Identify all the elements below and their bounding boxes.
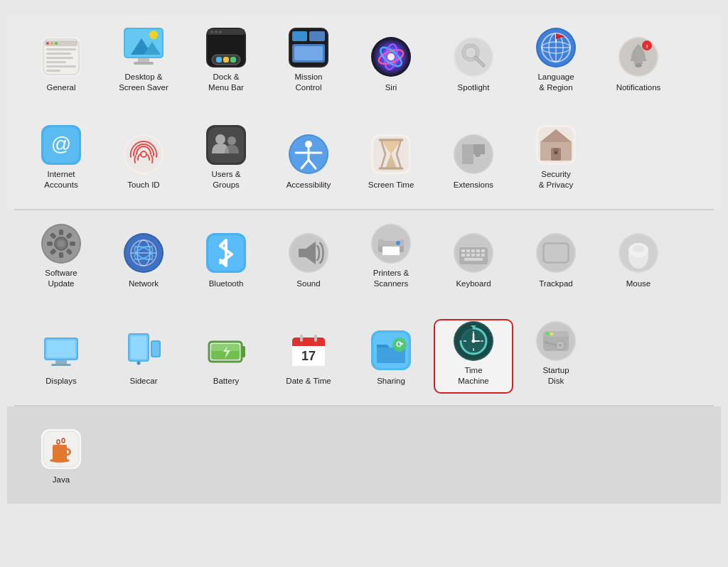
notifications-label: Notifications bbox=[616, 82, 661, 93]
startup-disk-icon bbox=[535, 321, 577, 361]
svg-rect-32 bbox=[309, 31, 325, 41]
svg-point-16 bbox=[149, 31, 158, 39]
security-privacy-icon bbox=[535, 125, 577, 165]
sound-icon bbox=[287, 232, 330, 274]
desktop-icon bbox=[122, 28, 165, 68]
extensions-icon bbox=[452, 133, 495, 176]
svg-rect-158 bbox=[51, 364, 71, 366]
touch-id-label: Touch ID bbox=[127, 180, 159, 190]
item-mission-control[interactable]: MissionControl bbox=[269, 26, 348, 100]
item-network[interactable]: Network bbox=[104, 222, 183, 296]
item-sharing[interactable]: ⟳ Sharing bbox=[351, 319, 431, 394]
svg-point-23 bbox=[215, 31, 218, 33]
svg-text:@: @ bbox=[51, 133, 71, 155]
item-battery[interactable]: Battery bbox=[186, 319, 266, 394]
item-sidecar[interactable]: Sidecar bbox=[104, 319, 183, 394]
item-printers-scanners[interactable]: Printers &Scanners bbox=[351, 222, 431, 296]
svg-point-153 bbox=[633, 245, 644, 252]
item-siri[interactable]: Siri bbox=[351, 26, 431, 100]
accessibility-label: Accessibility bbox=[287, 180, 331, 190]
svg-rect-166 bbox=[242, 346, 245, 357]
item-sound[interactable]: Sound bbox=[269, 222, 348, 296]
item-security-privacy[interactable]: Security& Privacy bbox=[516, 123, 596, 198]
screen-time-icon bbox=[370, 133, 412, 176]
item-notifications[interactable]: ! Notifications bbox=[599, 26, 678, 100]
mouse-label: Mouse bbox=[626, 279, 651, 289]
item-language-region[interactable]: Language& Region bbox=[516, 26, 596, 100]
svg-point-40 bbox=[387, 53, 395, 60]
sidecar-icon bbox=[122, 329, 165, 372]
item-users-groups[interactable]: Users &Groups bbox=[186, 123, 266, 198]
item-general[interactable]: General bbox=[21, 26, 101, 100]
date-time-label: Date & Time bbox=[286, 376, 331, 387]
svg-point-5 bbox=[55, 42, 58, 45]
item-displays[interactable]: Displays bbox=[21, 319, 101, 394]
item-desktop-screensaver[interactable]: Desktop &Screen Saver bbox=[104, 26, 183, 100]
svg-text:!: ! bbox=[646, 43, 648, 50]
svg-rect-138 bbox=[481, 249, 485, 252]
svg-rect-103 bbox=[70, 242, 75, 246]
item-touch-id[interactable]: Touch ID bbox=[104, 123, 183, 198]
item-startup-disk[interactable]: StartupDisk bbox=[516, 319, 596, 394]
network-label: Network bbox=[129, 279, 159, 289]
item-mouse[interactable]: Mouse bbox=[599, 222, 678, 296]
svg-text:17: 17 bbox=[301, 349, 316, 363]
item-java[interactable]: Java bbox=[21, 418, 101, 492]
item-internet-accounts[interactable]: @ InternetAccounts bbox=[21, 123, 101, 198]
item-bluetooth[interactable]: Bluetooth bbox=[186, 222, 266, 296]
language-label: Language& Region bbox=[537, 72, 574, 93]
svg-point-75 bbox=[305, 141, 312, 148]
section-personal-1: General Desktop &Screen Saver bbox=[7, 14, 721, 112]
trackpad-icon bbox=[535, 232, 577, 274]
displays-label: Displays bbox=[46, 376, 76, 387]
svg-rect-143 bbox=[481, 254, 485, 256]
item-screen-time[interactable]: Screen Time bbox=[351, 123, 431, 198]
printers-scanners-label: Printers &Scanners bbox=[373, 268, 410, 289]
users-groups-label: Users &Groups bbox=[212, 169, 241, 190]
extensions-label: Extensions bbox=[454, 180, 493, 190]
item-spotlight[interactable]: Spotlight bbox=[434, 26, 513, 100]
item-keyboard[interactable]: Keyboard bbox=[434, 222, 513, 296]
item-time-machine[interactable]: TimeMachine bbox=[434, 319, 513, 394]
siri-label: Siri bbox=[385, 82, 397, 93]
svg-point-4 bbox=[50, 42, 53, 45]
svg-rect-26 bbox=[216, 57, 222, 63]
software-update-label: SoftwareUpdate bbox=[45, 268, 77, 289]
security-privacy-label: Security& Privacy bbox=[539, 169, 574, 190]
section-hardware-2: Displays Sidecar bbox=[7, 308, 721, 405]
java-icon bbox=[40, 428, 82, 470]
item-dock-menubar[interactable]: Dock &Menu Bar bbox=[186, 26, 266, 100]
item-date-time[interactable]: 17 Date & Time bbox=[269, 319, 348, 394]
svg-rect-101 bbox=[59, 230, 63, 235]
item-trackpad[interactable]: Trackpad bbox=[516, 222, 596, 296]
item-extensions[interactable]: Extensions bbox=[434, 123, 513, 198]
svg-rect-134 bbox=[461, 249, 465, 252]
svg-rect-122 bbox=[299, 249, 306, 257]
svg-rect-28 bbox=[230, 57, 236, 63]
item-accessibility[interactable]: Accessibility bbox=[269, 123, 348, 198]
svg-point-22 bbox=[210, 31, 213, 33]
desktop-label: Desktop &Screen Saver bbox=[119, 72, 168, 93]
item-software-update[interactable]: SoftwareUpdate bbox=[21, 222, 101, 296]
svg-rect-7 bbox=[46, 53, 71, 55]
svg-rect-140 bbox=[466, 254, 470, 256]
svg-rect-17 bbox=[138, 58, 149, 62]
bluetooth-icon bbox=[205, 232, 247, 274]
svg-point-194 bbox=[472, 340, 476, 343]
svg-rect-105 bbox=[59, 252, 63, 258]
svg-rect-107 bbox=[47, 242, 53, 246]
battery-icon bbox=[205, 329, 247, 372]
svg-rect-10 bbox=[46, 65, 76, 68]
svg-rect-27 bbox=[223, 57, 229, 63]
svg-point-130 bbox=[396, 241, 400, 245]
svg-rect-141 bbox=[471, 254, 475, 256]
svg-rect-161 bbox=[131, 336, 146, 359]
svg-rect-208 bbox=[53, 445, 67, 460]
dock-label: Dock &Menu Bar bbox=[208, 72, 244, 93]
displays-icon bbox=[40, 329, 82, 372]
spotlight-label: Spotlight bbox=[458, 82, 490, 93]
notifications-icon: ! bbox=[617, 36, 660, 78]
svg-point-3 bbox=[46, 42, 49, 45]
svg-rect-176 bbox=[314, 335, 317, 342]
mission-icon bbox=[287, 28, 330, 68]
